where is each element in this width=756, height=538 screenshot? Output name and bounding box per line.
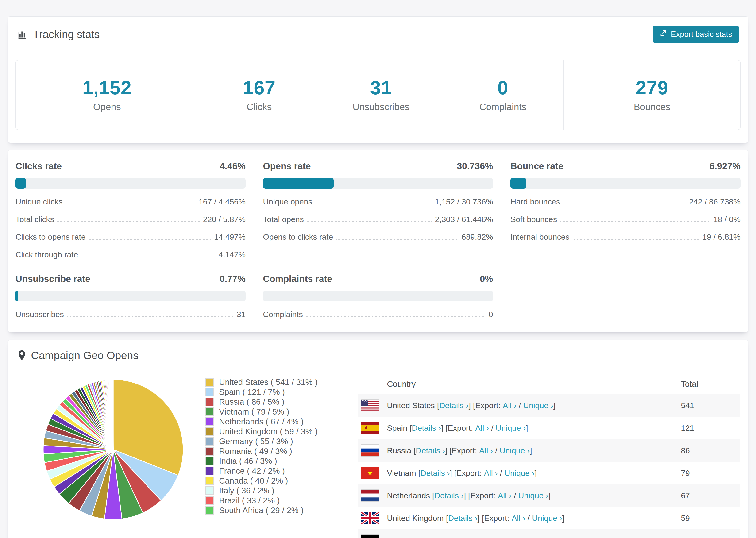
metric-label: Total clicks [16, 215, 54, 224]
legend-swatch [205, 476, 214, 485]
rate-title: Complaints rate [263, 274, 332, 284]
metric-label: Unique clicks [16, 197, 63, 206]
geo-table-header: Country Total [358, 374, 739, 394]
flag-us-icon [361, 400, 379, 411]
details-link[interactable]: Details › [448, 513, 477, 523]
legend-label: United Kingdom ( 59 / 3% ) [219, 427, 318, 436]
rate-title: Bounce rate [511, 161, 563, 171]
dotted-leader [315, 204, 432, 204]
rate-value: 4.46% [220, 161, 245, 171]
export-all-link[interactable]: All › [488, 536, 502, 538]
details-link[interactable]: Details › [420, 468, 450, 478]
details-link[interactable]: Details › [424, 536, 454, 538]
metric-row: Total opens2,303 / 61.446% [263, 215, 493, 224]
legend-swatch [205, 388, 214, 397]
bracket-text: ] [Export: [464, 491, 498, 500]
export-basic-stats-button[interactable]: Export basic stats [653, 26, 739, 43]
tracking-stats-title: Tracking stats [17, 28, 100, 41]
total-cell: 67 [681, 491, 739, 500]
country-name: Russia [387, 446, 413, 455]
geo-table: Country Total United States [Details ›] … [358, 374, 739, 538]
pie-slice-other [113, 380, 113, 450]
country-cell: Germany [Details ›] [Export: All › / Uni… [358, 535, 681, 538]
details-link[interactable]: Details › [434, 491, 464, 500]
metric-label: Unsubscribes [16, 310, 64, 319]
export-unique-link[interactable]: Unique › [523, 401, 553, 410]
details-link[interactable]: Details › [439, 401, 469, 410]
country-cell: Russia [Details ›] [Export: All › / Uniq… [358, 445, 681, 456]
legend-swatch [205, 447, 214, 456]
metric-label: Hard bounces [511, 197, 560, 206]
export-all-link[interactable]: All › [475, 423, 489, 433]
flag-vn-icon [361, 467, 379, 479]
export-unique-link[interactable]: Unique › [508, 536, 538, 538]
rate-section-opens: Opens rate30.736%Unique opens1,152 / 30.… [263, 161, 493, 259]
metric-label: Internal bounces [511, 232, 569, 242]
bracket-text: ] [553, 401, 556, 410]
export-unique-link[interactable]: Unique › [518, 491, 549, 500]
legend-item-united-states: United States ( 541 / 31% ) [205, 377, 358, 387]
dotted-leader [560, 221, 710, 222]
export-unique-link[interactable]: Unique › [500, 446, 530, 455]
bracket-text: ] [538, 536, 540, 538]
metric-row: Total clicks220 / 5.87% [16, 215, 245, 224]
geo-section-title: Campaign Geo Opens [31, 349, 138, 362]
flag-nl-icon [361, 490, 379, 501]
progress-fill [511, 178, 526, 189]
export-unique-link[interactable]: Unique › [532, 513, 562, 523]
stat-value: 31 [320, 77, 442, 99]
export-all-link[interactable]: All › [503, 401, 516, 410]
dotted-leader [307, 221, 432, 222]
export-all-link[interactable]: All › [484, 468, 498, 478]
rate-head-unsubscribe: Unsubscribe rate0.77% [16, 274, 245, 284]
bracket-text: ] [Export: [469, 401, 503, 410]
tracking-stats-header: Tracking stats Export basic stats [8, 17, 748, 51]
dotted-leader [81, 256, 215, 257]
legend-item-united-kingdom: United Kingdom ( 59 / 3% ) [205, 426, 358, 436]
legend-item-canada: Canada ( 40 / 2% ) [205, 476, 358, 486]
bracket-text: [ [437, 401, 439, 410]
metric-value: 2,303 / 61.446% [435, 215, 493, 224]
rate-head-complaints: Complaints rate0% [263, 274, 493, 284]
metric-value: 220 / 5.87% [203, 215, 245, 224]
stat-tile-unsubscribes: 31Unsubscribes [320, 60, 442, 130]
legend-label: United States ( 541 / 31% ) [219, 377, 318, 387]
country-name: Spain [387, 423, 409, 433]
progress-fill [16, 178, 26, 189]
bracket-text: ] [549, 491, 551, 500]
legend-label: Brazil ( 33 / 2% ) [219, 496, 280, 505]
total-cell: 121 [681, 423, 739, 433]
export-all-link[interactable]: All › [479, 446, 493, 455]
country-name: Germany [387, 536, 422, 538]
legend-item-south-africa: South Africa ( 29 / 2% ) [205, 506, 358, 515]
metric-row: Complaints0 [263, 310, 493, 319]
metric-value: 19 / 6.81% [702, 232, 740, 242]
export-unique-link[interactable]: Unique › [496, 423, 526, 433]
export-unique-link[interactable]: Unique › [504, 468, 535, 478]
dotted-leader [564, 204, 686, 204]
table-row-netherlands: Netherlands [Details ›] [Export: All › /… [358, 484, 739, 507]
rate-value: 0.77% [220, 274, 245, 284]
legend-swatch [205, 407, 214, 416]
export-all-link[interactable]: All › [512, 513, 525, 523]
separator-text: / [501, 536, 508, 538]
export-all-link[interactable]: All › [498, 491, 512, 500]
stat-label: Opens [16, 102, 198, 112]
stat-value: 279 [564, 77, 740, 99]
rate-value: 6.927% [710, 161, 740, 171]
metric-row: Hard bounces242 / 86.738% [511, 197, 740, 206]
metric-row: Unique opens1,152 / 30.736% [263, 197, 493, 206]
details-link[interactable]: Details › [416, 446, 445, 455]
rate-rows: Unique opens1,152 / 30.736%Total opens2,… [263, 197, 493, 242]
details-link[interactable]: Details › [412, 423, 441, 433]
metric-value: 242 / 86.738% [689, 197, 740, 206]
rate-rows: Complaints0 [263, 310, 493, 319]
table-row-united-states: United States [Details ›] [Export: All ›… [358, 394, 739, 417]
bracket-text: [ [446, 513, 448, 523]
rates-card: Clicks rate4.46%Unique clicks167 / 4.456… [8, 150, 748, 332]
stat-label: Bounces [564, 102, 740, 112]
table-row-vietnam: Vietnam [Details ›] [Export: All › / Uni… [358, 462, 739, 484]
metric-row: Unique clicks167 / 4.456% [16, 197, 245, 206]
legend-swatch [205, 457, 214, 465]
rate-section-bounce: Bounce rate6.927%Hard bounces242 / 86.73… [511, 161, 740, 259]
